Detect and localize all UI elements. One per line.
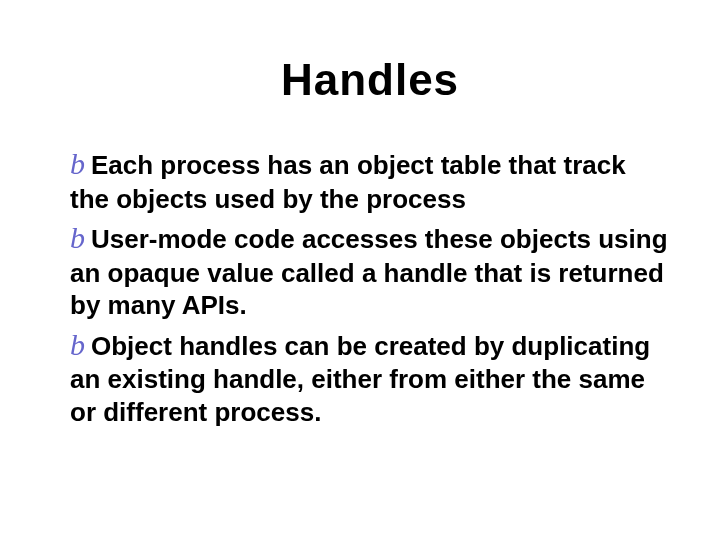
bullet-icon: b — [70, 326, 85, 364]
bullet-text: Object handles can be created by duplica… — [70, 331, 650, 427]
bullet-icon: b — [70, 219, 85, 257]
bullet-icon: b — [70, 145, 85, 183]
slide: Handles bEach process has an object tabl… — [0, 0, 720, 540]
bullet-list: bEach process has an object table that t… — [70, 145, 670, 428]
bullet-text: Each process has an object table that tr… — [70, 150, 626, 214]
slide-title: Handles — [70, 55, 670, 105]
list-item: bObject handles can be created by duplic… — [70, 326, 670, 429]
bullet-text: User-mode code accesses these objects us… — [70, 224, 668, 320]
list-item: bUser-mode code accesses these objects u… — [70, 219, 670, 322]
list-item: bEach process has an object table that t… — [70, 145, 670, 215]
